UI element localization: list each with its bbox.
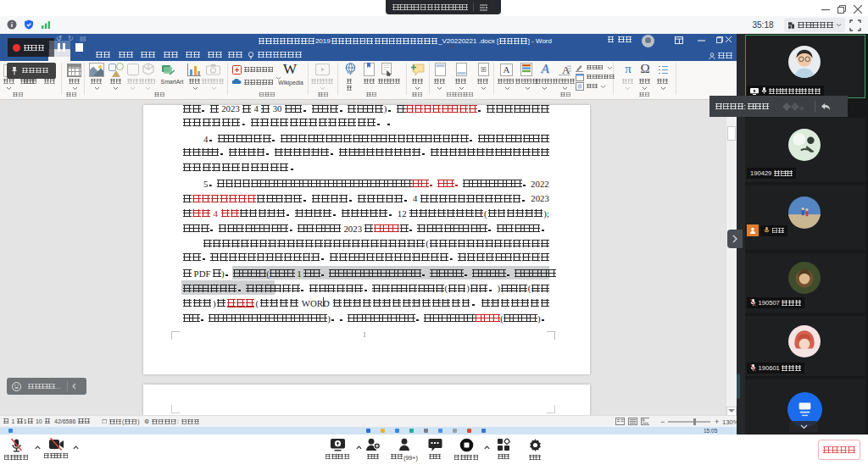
svg-text:#: # bbox=[482, 67, 485, 72]
svg-text:A: A bbox=[562, 64, 570, 76]
svg-text:A: A bbox=[504, 64, 510, 75]
